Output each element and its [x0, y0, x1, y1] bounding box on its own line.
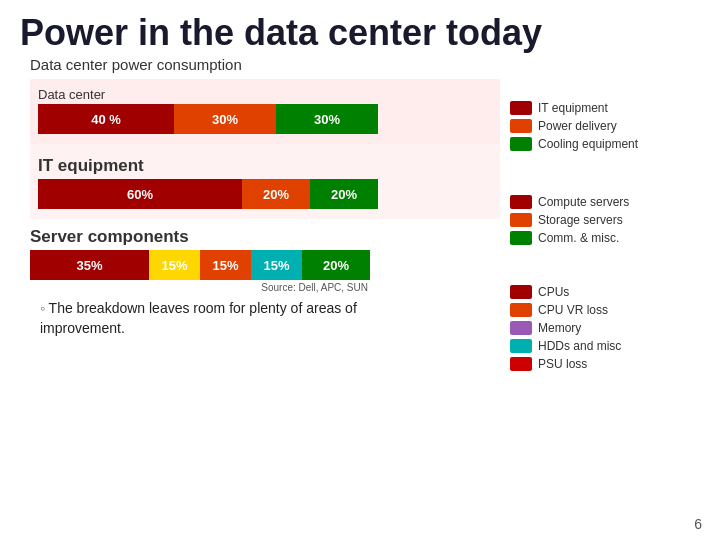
bar-segment: 40 % [38, 104, 174, 134]
bar-segment: 30% [276, 104, 378, 134]
it-legend: Compute serversStorage serversComm. & mi… [510, 193, 710, 247]
legend-color-box [510, 303, 532, 317]
legend-label: Power delivery [538, 119, 617, 133]
bar-segment: 15% [200, 250, 251, 280]
data-center-label: Data center [38, 83, 492, 104]
legend-label: Compute servers [538, 195, 629, 209]
legend-item: Memory [510, 319, 710, 337]
it-equipment-section: IT equipment 60%20%20% [30, 144, 500, 219]
subtitle: Data center power consumption [0, 56, 720, 79]
legend-label: Storage servers [538, 213, 623, 227]
legend-color-box [510, 285, 532, 299]
legend-label: Memory [538, 321, 581, 335]
bar-segment: 20% [242, 179, 310, 209]
legend-item: Compute servers [510, 193, 710, 211]
bullet-text: The breakdown leaves room for plenty of … [30, 293, 360, 338]
legend-label: CPU VR loss [538, 303, 608, 317]
legend-color-box [510, 321, 532, 335]
legend-item: IT equipment [510, 99, 710, 117]
main-content: Data center 40 %30%30% IT equipment 60%2… [0, 79, 720, 373]
legend-item: HDDs and misc [510, 337, 710, 355]
page-title: Power in the data center today [0, 0, 720, 56]
legend-color-box [510, 213, 532, 227]
source-note: Source: Dell, APC, SUN [30, 282, 370, 293]
bar-segment: 15% [149, 250, 200, 280]
left-panel: Data center 40 %30%30% IT equipment 60%2… [30, 79, 500, 373]
it-equipment-bar: 60%20%20% [38, 179, 378, 209]
legend-color-box [510, 195, 532, 209]
legend-item: Comm. & misc. [510, 229, 710, 247]
legend-label: PSU loss [538, 357, 587, 371]
right-panel: IT equipmentPower deliveryCooling equipm… [510, 79, 710, 373]
data-center-bar: 40 %30%30% [38, 104, 378, 134]
legend-item: Storage servers [510, 211, 710, 229]
page-number: 6 [694, 516, 702, 532]
legend-item: CPU VR loss [510, 301, 710, 319]
legend-label: Comm. & misc. [538, 231, 619, 245]
dc-legend: IT equipmentPower deliveryCooling equipm… [510, 99, 710, 153]
legend-item: Cooling equipment [510, 135, 710, 153]
bar-segment: 15% [251, 250, 302, 280]
legend-color-box [510, 137, 532, 151]
legend-item: Power delivery [510, 117, 710, 135]
server-components-section: Server components 35%15%15%15%20% Source… [30, 219, 500, 293]
legend-item: CPUs [510, 283, 710, 301]
bar-segment: 20% [310, 179, 378, 209]
legend-color-box [510, 339, 532, 353]
legend-color-box [510, 231, 532, 245]
bar-segment: 30% [174, 104, 276, 134]
legend-label: IT equipment [538, 101, 608, 115]
bar-segment: 60% [38, 179, 242, 209]
server-components-bar: 35%15%15%15%20% [30, 250, 370, 280]
legend-label: CPUs [538, 285, 569, 299]
legend-label: HDDs and misc [538, 339, 621, 353]
legend-color-box [510, 101, 532, 115]
it-equipment-title: IT equipment [38, 148, 492, 179]
bar-segment: 35% [30, 250, 149, 280]
data-center-section: Data center 40 %30%30% [30, 79, 500, 144]
legend-item: PSU loss [510, 355, 710, 373]
legend-color-box [510, 119, 532, 133]
bar-segment: 20% [302, 250, 370, 280]
sc-legend: CPUsCPU VR lossMemoryHDDs and miscPSU lo… [510, 283, 710, 373]
legend-label: Cooling equipment [538, 137, 638, 151]
server-components-title: Server components [30, 219, 500, 250]
legend-color-box [510, 357, 532, 371]
